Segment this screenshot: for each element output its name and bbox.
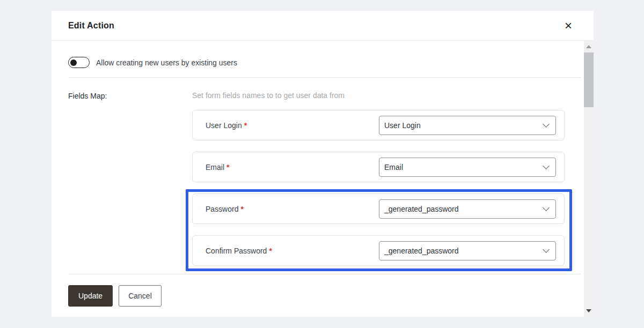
fields-map-section: Fields Map: Set form fields names to to …	[68, 91, 594, 266]
field-label: Email*	[206, 163, 229, 172]
user-login-select[interactable]: User Login	[379, 116, 556, 135]
fields-map-rows: Set form fields names to to get user dat…	[192, 91, 565, 266]
toggle-knob-icon	[70, 59, 77, 66]
field-row-password: Password* _generated_password	[192, 193, 565, 224]
password-select[interactable]: _generated_password	[379, 199, 556, 219]
cancel-button[interactable]: Cancel	[119, 285, 162, 307]
required-asterisk: *	[244, 121, 247, 130]
chevron-down-icon	[543, 204, 550, 211]
field-label-text: Password	[206, 205, 238, 213]
select-value: User Login	[384, 121, 421, 130]
update-button[interactable]: Update	[68, 285, 113, 307]
field-row-user-login: User Login* User Login	[192, 110, 565, 140]
select-value: _generated_password	[384, 205, 459, 213]
field-row-confirm-password: Confirm Password* _generated_password	[192, 235, 565, 266]
chevron-down-icon	[543, 162, 550, 169]
required-asterisk: *	[240, 205, 243, 213]
required-asterisk: *	[269, 247, 272, 255]
chevron-down-icon	[543, 246, 550, 253]
field-label: User Login*	[206, 121, 247, 130]
fields-map-label: Fields Map:	[68, 91, 192, 266]
fields-map-hint: Set form fields names to to get user dat…	[192, 91, 565, 100]
chevron-down-icon	[543, 121, 550, 128]
allow-create-users-toggle[interactable]	[68, 57, 90, 68]
scrollbar-thumb[interactable]	[584, 53, 594, 107]
edit-action-modal: Edit Action × Allow creating new users b…	[52, 11, 594, 317]
confirm-password-select[interactable]: _generated_password	[379, 241, 556, 260]
close-icon[interactable]: ×	[565, 19, 572, 32]
modal-footer: Update Cancel	[68, 274, 581, 307]
select-value: Email	[384, 163, 403, 172]
field-label: Confirm Password*	[206, 247, 272, 255]
field-row-email: Email* Email	[192, 152, 565, 182]
section-divider	[68, 77, 581, 78]
toggle-label: Allow creating new users by existing use…	[96, 58, 237, 67]
vertical-scrollbar[interactable]	[584, 41, 594, 317]
select-value: _generated_password	[384, 247, 459, 255]
field-label-text: Email	[206, 163, 224, 172]
email-select[interactable]: Email	[379, 158, 556, 177]
required-asterisk: *	[226, 163, 229, 172]
scroll-up-arrow-icon[interactable]	[586, 45, 591, 48]
scroll-down-arrow-icon[interactable]	[586, 309, 591, 312]
allow-create-users-row: Allow creating new users by existing use…	[68, 57, 594, 68]
field-label-text: Confirm Password	[206, 247, 267, 255]
modal-header: Edit Action ×	[52, 11, 594, 41]
field-label-text: User Login	[206, 121, 242, 130]
field-label: Password*	[206, 205, 244, 213]
page-title: Edit Action	[68, 21, 114, 31]
